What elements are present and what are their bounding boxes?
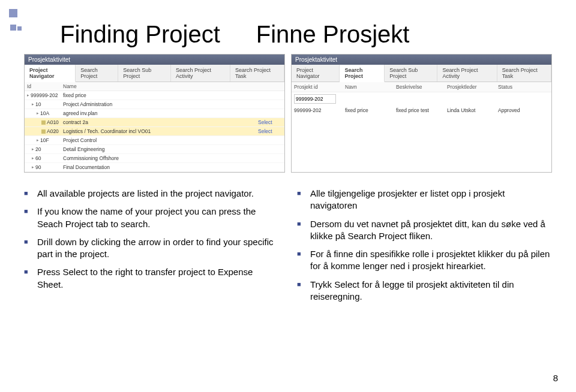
tree-row[interactable]: ▸10Aagreed inv.plan — [25, 109, 284, 118]
tree-arrow-icon[interactable]: ▸ — [37, 138, 39, 143]
bullet-en-0: All available projects are listed in the… — [24, 188, 279, 200]
tab-project-navigator[interactable]: Project Navigator — [292, 65, 340, 82]
tab-search-project[interactable]: Search Project — [76, 65, 118, 82]
row-id: 10F — [40, 137, 49, 143]
tree-row[interactable]: ▸20Detail Engineering — [25, 145, 284, 154]
row-name: contract 2a — [63, 119, 258, 125]
tab-search-project-activity[interactable]: Search Project Activity — [171, 65, 230, 82]
tree-arrow-icon[interactable]: ▸ — [32, 147, 34, 152]
bullet-en-1: If you know the name of your project you… — [24, 206, 279, 230]
tree-row[interactable]: ▸10FProject Control — [25, 136, 284, 145]
select-link[interactable]: Select — [258, 119, 282, 125]
heading-right: Finne Prosjekt — [256, 21, 410, 48]
bullet-en-3: Press Select to the right to transfer pr… — [24, 266, 279, 291]
row-id: 999999-202 — [31, 92, 58, 98]
row-name: agreed inv.plan — [63, 110, 258, 116]
tab-search-project-task[interactable]: Search Project Task — [497, 65, 551, 82]
page-number: 8 — [553, 373, 558, 383]
tree-arrow-icon[interactable]: ▸ — [37, 111, 39, 116]
tabs-right: Project Navigator Search Project Search … — [292, 65, 551, 82]
corner-decoration — [9, 9, 23, 31]
row-id: 20 — [35, 146, 41, 152]
tab-search-sub-project[interactable]: Search Sub Project — [118, 65, 171, 82]
row-id: 60 — [35, 155, 41, 161]
tree-row[interactable]: ▸90Final Documentation — [25, 163, 284, 172]
titlebar-left: Prosjektaktivitet — [25, 55, 284, 65]
activity-icon — [41, 129, 46, 134]
tree-rows: ▸999999-202fixed price▸10Project Adminis… — [25, 91, 284, 172]
tree-arrow-icon[interactable]: ▸ — [27, 93, 29, 98]
tree-row[interactable]: ▸999999-202fixed price — [25, 91, 284, 100]
bullets-norwegian: Alle tilgjengelige prosjekter er listet … — [297, 188, 552, 309]
bullet-en-2: Drill down by clicking the arrow in orde… — [24, 236, 279, 261]
row-id: A020 — [47, 128, 59, 134]
row-name: Logistics / Tech. Coordinator incl VO01 — [63, 128, 258, 134]
row-name: Project Control — [63, 137, 258, 143]
tab-search-project-activity[interactable]: Search Project Activity — [437, 65, 497, 82]
select-link[interactable]: Select — [258, 128, 282, 134]
col-name: Name — [63, 83, 282, 89]
bullet-no-1: Dersom du vet navnet på prosjektet ditt,… — [297, 218, 552, 243]
column-headers-right: Prosjekt id Navn Beskrivelse Prosjektled… — [292, 82, 551, 92]
row-name: fixed price — [63, 92, 258, 98]
tab-project-navigator[interactable]: Project Navigator — [25, 65, 76, 82]
row-id: 90 — [35, 164, 41, 170]
tab-search-project[interactable]: Search Project — [340, 65, 385, 82]
column-headers-left: Id Name — [25, 82, 284, 91]
tree-row[interactable]: A020Logistics / Tech. Coordinator incl V… — [25, 127, 284, 136]
row-id: 10A — [40, 110, 49, 116]
bullet-no-0: Alle tilgjengelige prosjekter er listet … — [297, 188, 552, 212]
row-name: Detail Engineering — [63, 146, 258, 152]
tab-search-sub-project[interactable]: Search Sub Project — [385, 65, 437, 82]
col-beskrivelse: Beskrivelse — [396, 84, 447, 90]
tree-arrow-icon[interactable]: ▸ — [32, 102, 34, 107]
tabs-left: Project Navigator Search Project Search … — [25, 65, 284, 82]
result-status: Approved — [498, 107, 549, 113]
col-prosjektleder: Prosjektleder — [447, 84, 498, 90]
row-name: Project Administration — [63, 101, 258, 107]
activity-icon — [41, 120, 46, 125]
row-id: A010 — [47, 119, 59, 125]
result-name: fixed price — [345, 107, 396, 113]
search-project-id-input[interactable] — [294, 94, 336, 104]
bullet-no-3: Trykk Select for å legge til prosjekt ak… — [297, 279, 552, 303]
result-row[interactable]: 999999-202 fixed price fixed price test … — [292, 105, 551, 115]
col-id: Id — [27, 83, 63, 89]
col-prosjekt-id: Prosjekt id — [294, 84, 345, 90]
screenshot-project-navigator: Prosjektaktivitet Project Navigator Sear… — [24, 54, 285, 173]
screenshot-search-project: Prosjektaktivitet Project Navigator Sear… — [291, 54, 552, 173]
col-status: Status — [498, 84, 549, 90]
tree-row[interactable]: A010contract 2aSelect — [25, 118, 284, 127]
result-leader: Linda Utskot — [447, 107, 498, 113]
row-name: Commissioning Offshore — [63, 155, 258, 161]
bullets-english: All available projects are listed in the… — [24, 188, 279, 309]
bullet-no-2: For å finne din spesifikke rolle i prosj… — [297, 248, 552, 273]
row-name: Final Documentation — [63, 164, 258, 170]
tree-arrow-icon[interactable]: ▸ — [32, 165, 34, 170]
result-id: 999999-202 — [294, 107, 345, 113]
row-id: 10 — [35, 101, 41, 107]
result-desc: fixed price test — [396, 107, 447, 113]
tab-search-project-task[interactable]: Search Project Task — [230, 65, 284, 82]
col-navn: Navn — [345, 84, 396, 90]
tree-row[interactable]: ▸10Project Administration — [25, 100, 284, 109]
heading-left: Finding Project — [60, 21, 220, 48]
titlebar-right: Prosjektaktivitet — [292, 55, 551, 65]
tree-arrow-icon[interactable]: ▸ — [32, 156, 34, 161]
tree-row[interactable]: ▸60Commissioning Offshore — [25, 154, 284, 163]
